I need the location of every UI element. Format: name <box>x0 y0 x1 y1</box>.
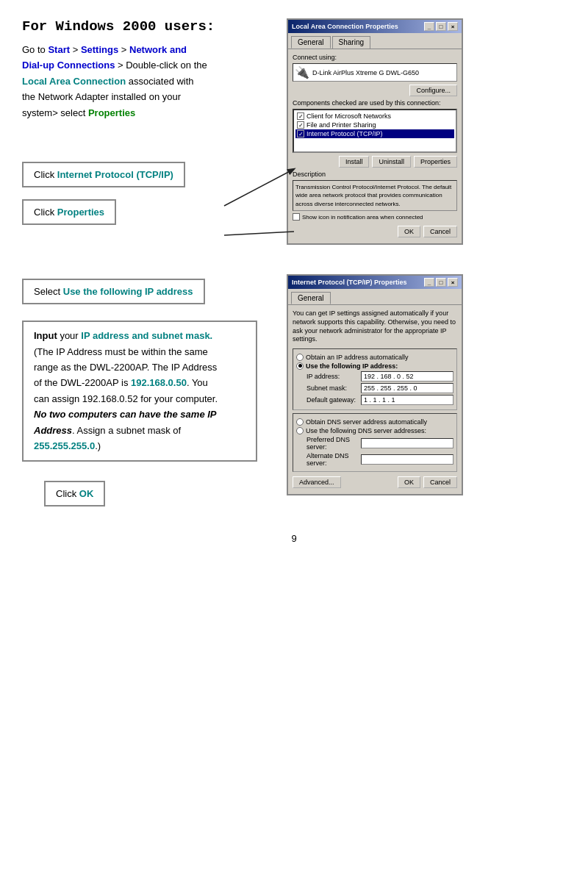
middle-left: Select Use the following IP address Inpu… <box>22 274 287 511</box>
configure-button[interactable]: Configure... <box>409 85 457 96</box>
client-checkbox[interactable]: ✓ <box>297 112 304 120</box>
intro-go-to: Go to <box>22 44 48 55</box>
dialog2-body: You can get IP settings assigned automat… <box>288 305 462 494</box>
input-line8-highlight: 255.255.255.0 <box>34 440 95 451</box>
tcpip-checkbox[interactable]: ✓ <box>297 130 304 137</box>
notify-label: Show icon in notification area when conn… <box>302 214 423 221</box>
radio-auto-ip-btn[interactable] <box>296 354 304 361</box>
d2-maximize-btn[interactable]: □ <box>436 278 446 287</box>
callout-properties: Click Properties <box>22 199 116 225</box>
intro-properties-text: Properties <box>88 107 135 118</box>
gateway-label: Default gateway: <box>306 396 358 404</box>
dialog2-ok-cancel: OK Cancel <box>398 476 457 488</box>
input-callout: Input your IP address and subnet mask. (… <box>22 321 257 462</box>
alternate-dns-row: Alternate DNS server: <box>306 452 453 467</box>
ip-radio-group: Obtain an IP address automatically Use t… <box>293 348 457 410</box>
preferred-dns-input[interactable] <box>361 438 453 448</box>
click-ok-highlight: OK <box>79 488 94 499</box>
dialog1-body: Connect using: 🔌 D-Link AirPlus Xtreme G… <box>288 49 462 243</box>
callout1-prefix: Click <box>34 169 57 180</box>
intro-network-and: Network and <box>129 44 187 55</box>
list-item-client[interactable]: ✓ Client for Microsoft Networks <box>295 112 454 121</box>
components-listbox[interactable]: ✓ Client for Microsoft Networks ✓ File a… <box>293 109 457 153</box>
intro-text-area: For Windows 2000 users: Go to Start > Se… <box>22 15 287 245</box>
notify-checkbox-row: Show icon in notification area when conn… <box>293 213 457 221</box>
description-label: Description <box>293 171 457 178</box>
input-line5: can assign 192.168.0.52 for your compute… <box>34 393 218 404</box>
input-line7: Address <box>34 425 72 436</box>
dns-fields: Preferred DNS server: Alternate DNS serv… <box>296 436 453 467</box>
d2-minimize-btn[interactable]: _ <box>424 278 434 287</box>
radio-manual-ip-label: Use the following IP address: <box>306 362 398 370</box>
radio-manual-ip-btn[interactable] <box>296 362 304 370</box>
minimize-btn[interactable]: _ <box>424 22 434 31</box>
adapter-row: 🔌 D-Link AirPlus Xtreme G DWL-G650 <box>293 63 457 82</box>
input-line3: range as the DWL-2200AP. The IP Address <box>34 362 217 373</box>
intro-settings: Settings <box>81 44 118 55</box>
click-ok-prefix: Click <box>56 488 79 499</box>
intro-normal3: associated with <box>126 76 194 87</box>
adapter-icon: 🔌 <box>295 65 309 79</box>
close-btn[interactable]: × <box>448 22 458 31</box>
d2-close-btn[interactable]: × <box>448 278 458 287</box>
tab-general[interactable]: General <box>291 36 331 49</box>
select-prefix: Select <box>34 286 63 297</box>
dialog2-cancel-button[interactable]: Cancel <box>423 476 457 488</box>
intro-normal2: > Double-click on the <box>115 60 207 71</box>
d2-tab-general[interactable]: General <box>291 292 331 304</box>
select-callout-wrapper: Select Use the following IP address <box>22 274 279 309</box>
dialog1-ok-button[interactable]: OK <box>398 226 420 237</box>
subnet-label: Subnet mask: <box>306 384 358 392</box>
select-callout: Select Use the following IP address <box>22 279 205 304</box>
page-number: 9 <box>22 533 566 544</box>
radio-dns-manual[interactable]: Use the following DNS server addresses: <box>296 427 453 434</box>
dialog2-title: Internet Protocol (TCP/IP) Properties <box>292 279 407 286</box>
list-item-tcpip[interactable]: ✓ Internet Protocol (TCP/IP) <box>295 129 454 138</box>
properties-button[interactable]: Properties <box>414 156 457 168</box>
tab-sharing[interactable]: Sharing <box>332 36 370 49</box>
input-line4-ip: 192.168.0.50 <box>131 377 187 388</box>
install-button[interactable]: Install <box>339 156 370 168</box>
list-item-fileshare[interactable]: ✓ File and Printer Sharing <box>295 121 454 129</box>
dialog1-tabs: General Sharing <box>288 33 462 49</box>
dialog2-ok-button[interactable]: OK <box>398 476 420 488</box>
input-line2: (The IP Address must be within the same <box>34 346 208 357</box>
dialog1-cancel-button[interactable]: Cancel <box>423 226 457 237</box>
dialog1-screenshot: Local Area Connection Properties _ □ × G… <box>287 18 463 245</box>
main-heading: For Windows 2000 users: <box>22 18 279 35</box>
install-btn-row: Install Uninstall Properties <box>293 156 457 168</box>
fileshare-checkbox[interactable]: ✓ <box>297 121 304 129</box>
callout1-highlight: Internet Protocol (TCP/IP) <box>57 169 173 180</box>
fileshare-label: File and Printer Sharing <box>306 121 376 129</box>
description-box: Transmission Control Protocol/Internet P… <box>293 180 457 211</box>
ip-input[interactable]: 192 . 168 . 0 . 52 <box>361 371 453 382</box>
preferred-dns-label: Preferred DNS server: <box>306 436 358 451</box>
radio-auto-ip[interactable]: Obtain an IP address automatically <box>296 354 453 361</box>
radio-dns-auto-btn[interactable] <box>296 418 304 426</box>
input-line7-suffix: . Assign a subnet mask of <box>72 425 181 436</box>
gateway-row: Default gateway: 1 . 1 . 1 . 1 <box>306 395 453 405</box>
radio-dns-manual-btn[interactable] <box>296 427 304 434</box>
advanced-button[interactable]: Advanced... <box>293 476 341 488</box>
notify-checkbox[interactable] <box>293 213 300 221</box>
alternate-dns-label: Alternate DNS server: <box>306 452 358 467</box>
gateway-input[interactable]: 1 . 1 . 1 . 1 <box>361 395 453 405</box>
radio-auto-ip-label: Obtain an IP address automatically <box>306 354 408 361</box>
description-text: Transmission Control Protocol/Internet P… <box>295 184 451 207</box>
subnet-input[interactable]: 255 . 255 . 255 . 0 <box>361 383 453 393</box>
uninstall-button[interactable]: Uninstall <box>372 156 411 168</box>
radio-dns-auto[interactable]: Obtain DNS server address automatically <box>296 418 453 426</box>
dns-radio-group: Obtain DNS server address automatically … <box>293 413 457 472</box>
intro-lac: Local Area Connection <box>22 76 126 87</box>
input-line4-prefix: of the DWL-2200AP is <box>34 377 131 388</box>
ip-fields: IP address: 192 . 168 . 0 . 52 Subnet ma… <box>296 371 453 405</box>
input-line4-suffix: . You <box>187 377 208 388</box>
intro-dialup: Dial-up Connections <box>22 60 115 71</box>
dialog2-titlebar: Internet Protocol (TCP/IP) Properties _ … <box>288 276 462 289</box>
radio-manual-ip[interactable]: Use the following IP address: <box>296 362 453 370</box>
maximize-btn[interactable]: □ <box>436 22 446 31</box>
dialog2-wrapper: Internet Protocol (TCP/IP) Properties _ … <box>287 274 463 511</box>
intro-gt1: > <box>70 44 81 55</box>
click-ok-callout: Click OK <box>44 481 105 506</box>
alternate-dns-input[interactable] <box>361 454 453 465</box>
